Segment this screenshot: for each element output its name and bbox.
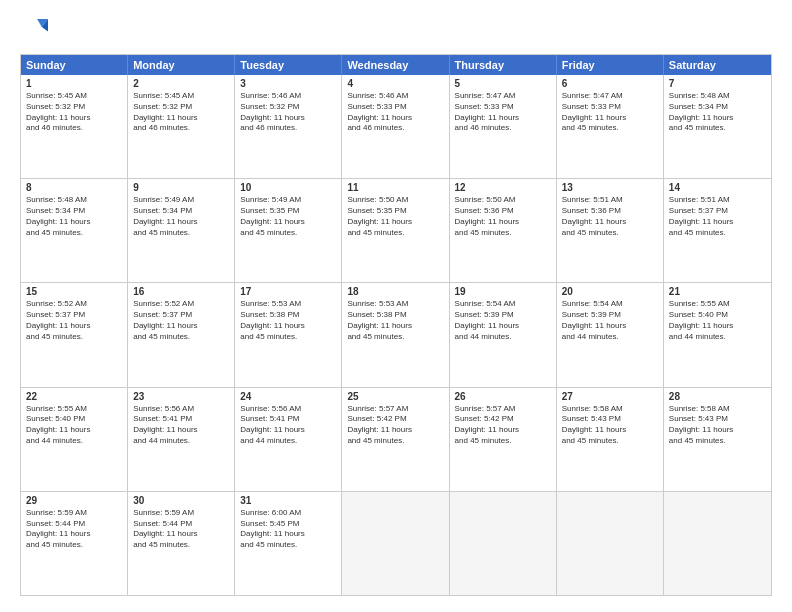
day-number: 12 (455, 182, 551, 193)
day-number: 8 (26, 182, 122, 193)
cal-cell: 30Sunrise: 5:59 AM Sunset: 5:44 PM Dayli… (128, 492, 235, 595)
day-number: 28 (669, 391, 766, 402)
cell-info: Sunrise: 5:47 AM Sunset: 5:33 PM Dayligh… (562, 91, 658, 134)
cal-cell: 17Sunrise: 5:53 AM Sunset: 5:38 PM Dayli… (235, 283, 342, 386)
cal-cell: 7Sunrise: 5:48 AM Sunset: 5:34 PM Daylig… (664, 75, 771, 178)
calendar-row-0: 1Sunrise: 5:45 AM Sunset: 5:32 PM Daylig… (21, 75, 771, 178)
cal-cell: 1Sunrise: 5:45 AM Sunset: 5:32 PM Daylig… (21, 75, 128, 178)
cell-info: Sunrise: 5:53 AM Sunset: 5:38 PM Dayligh… (347, 299, 443, 342)
cal-cell: 29Sunrise: 5:59 AM Sunset: 5:44 PM Dayli… (21, 492, 128, 595)
cell-info: Sunrise: 5:49 AM Sunset: 5:34 PM Dayligh… (133, 195, 229, 238)
header-saturday: Saturday (664, 55, 771, 75)
cell-info: Sunrise: 5:53 AM Sunset: 5:38 PM Dayligh… (240, 299, 336, 342)
cell-info: Sunrise: 5:46 AM Sunset: 5:32 PM Dayligh… (240, 91, 336, 134)
day-number: 19 (455, 286, 551, 297)
day-number: 24 (240, 391, 336, 402)
cal-cell: 6Sunrise: 5:47 AM Sunset: 5:33 PM Daylig… (557, 75, 664, 178)
cell-info: Sunrise: 5:50 AM Sunset: 5:35 PM Dayligh… (347, 195, 443, 238)
cell-info: Sunrise: 5:52 AM Sunset: 5:37 PM Dayligh… (26, 299, 122, 342)
header-monday: Monday (128, 55, 235, 75)
cell-info: Sunrise: 5:49 AM Sunset: 5:35 PM Dayligh… (240, 195, 336, 238)
cell-info: Sunrise: 5:58 AM Sunset: 5:43 PM Dayligh… (669, 404, 766, 447)
day-number: 4 (347, 78, 443, 89)
cal-cell: 24Sunrise: 5:56 AM Sunset: 5:41 PM Dayli… (235, 388, 342, 491)
day-number: 1 (26, 78, 122, 89)
logo-icon (20, 16, 48, 44)
cell-info: Sunrise: 5:56 AM Sunset: 5:41 PM Dayligh… (240, 404, 336, 447)
header-thursday: Thursday (450, 55, 557, 75)
day-number: 20 (562, 286, 658, 297)
cell-info: Sunrise: 5:55 AM Sunset: 5:40 PM Dayligh… (26, 404, 122, 447)
cell-info: Sunrise: 5:45 AM Sunset: 5:32 PM Dayligh… (26, 91, 122, 134)
cal-cell: 26Sunrise: 5:57 AM Sunset: 5:42 PM Dayli… (450, 388, 557, 491)
cal-cell: 18Sunrise: 5:53 AM Sunset: 5:38 PM Dayli… (342, 283, 449, 386)
calendar-row-2: 15Sunrise: 5:52 AM Sunset: 5:37 PM Dayli… (21, 282, 771, 386)
day-number: 11 (347, 182, 443, 193)
cal-cell: 8Sunrise: 5:48 AM Sunset: 5:34 PM Daylig… (21, 179, 128, 282)
cal-cell (342, 492, 449, 595)
day-number: 3 (240, 78, 336, 89)
cal-cell (450, 492, 557, 595)
header-tuesday: Tuesday (235, 55, 342, 75)
day-number: 22 (26, 391, 122, 402)
page: Sunday Monday Tuesday Wednesday Thursday… (0, 0, 792, 612)
header-wednesday: Wednesday (342, 55, 449, 75)
day-number: 5 (455, 78, 551, 89)
day-number: 31 (240, 495, 336, 506)
cell-info: Sunrise: 5:45 AM Sunset: 5:32 PM Dayligh… (133, 91, 229, 134)
day-number: 14 (669, 182, 766, 193)
day-number: 18 (347, 286, 443, 297)
cal-cell: 21Sunrise: 5:55 AM Sunset: 5:40 PM Dayli… (664, 283, 771, 386)
calendar-row-1: 8Sunrise: 5:48 AM Sunset: 5:34 PM Daylig… (21, 178, 771, 282)
cal-cell: 31Sunrise: 6:00 AM Sunset: 5:45 PM Dayli… (235, 492, 342, 595)
day-number: 6 (562, 78, 658, 89)
day-number: 30 (133, 495, 229, 506)
cal-cell: 25Sunrise: 5:57 AM Sunset: 5:42 PM Dayli… (342, 388, 449, 491)
cell-info: Sunrise: 5:51 AM Sunset: 5:37 PM Dayligh… (669, 195, 766, 238)
cal-cell: 22Sunrise: 5:55 AM Sunset: 5:40 PM Dayli… (21, 388, 128, 491)
day-number: 9 (133, 182, 229, 193)
cell-info: Sunrise: 5:54 AM Sunset: 5:39 PM Dayligh… (455, 299, 551, 342)
logo (20, 16, 52, 44)
cal-cell: 3Sunrise: 5:46 AM Sunset: 5:32 PM Daylig… (235, 75, 342, 178)
day-number: 27 (562, 391, 658, 402)
cal-cell: 12Sunrise: 5:50 AM Sunset: 5:36 PM Dayli… (450, 179, 557, 282)
cal-cell: 11Sunrise: 5:50 AM Sunset: 5:35 PM Dayli… (342, 179, 449, 282)
cal-cell: 14Sunrise: 5:51 AM Sunset: 5:37 PM Dayli… (664, 179, 771, 282)
cell-info: Sunrise: 5:58 AM Sunset: 5:43 PM Dayligh… (562, 404, 658, 447)
cal-cell: 27Sunrise: 5:58 AM Sunset: 5:43 PM Dayli… (557, 388, 664, 491)
cal-cell: 13Sunrise: 5:51 AM Sunset: 5:36 PM Dayli… (557, 179, 664, 282)
cal-cell: 20Sunrise: 5:54 AM Sunset: 5:39 PM Dayli… (557, 283, 664, 386)
cell-info: Sunrise: 6:00 AM Sunset: 5:45 PM Dayligh… (240, 508, 336, 551)
day-number: 25 (347, 391, 443, 402)
cell-info: Sunrise: 5:57 AM Sunset: 5:42 PM Dayligh… (347, 404, 443, 447)
day-number: 21 (669, 286, 766, 297)
cal-cell: 16Sunrise: 5:52 AM Sunset: 5:37 PM Dayli… (128, 283, 235, 386)
cal-cell: 9Sunrise: 5:49 AM Sunset: 5:34 PM Daylig… (128, 179, 235, 282)
cell-info: Sunrise: 5:52 AM Sunset: 5:37 PM Dayligh… (133, 299, 229, 342)
cal-cell (664, 492, 771, 595)
day-number: 26 (455, 391, 551, 402)
cal-cell: 2Sunrise: 5:45 AM Sunset: 5:32 PM Daylig… (128, 75, 235, 178)
calendar-row-4: 29Sunrise: 5:59 AM Sunset: 5:44 PM Dayli… (21, 491, 771, 595)
day-number: 10 (240, 182, 336, 193)
cell-info: Sunrise: 5:55 AM Sunset: 5:40 PM Dayligh… (669, 299, 766, 342)
cell-info: Sunrise: 5:48 AM Sunset: 5:34 PM Dayligh… (26, 195, 122, 238)
cell-info: Sunrise: 5:51 AM Sunset: 5:36 PM Dayligh… (562, 195, 658, 238)
cal-cell: 28Sunrise: 5:58 AM Sunset: 5:43 PM Dayli… (664, 388, 771, 491)
header (20, 16, 772, 44)
cell-info: Sunrise: 5:46 AM Sunset: 5:33 PM Dayligh… (347, 91, 443, 134)
header-friday: Friday (557, 55, 664, 75)
cal-cell: 23Sunrise: 5:56 AM Sunset: 5:41 PM Dayli… (128, 388, 235, 491)
day-number: 7 (669, 78, 766, 89)
day-number: 29 (26, 495, 122, 506)
day-number: 17 (240, 286, 336, 297)
calendar: Sunday Monday Tuesday Wednesday Thursday… (20, 54, 772, 596)
cal-cell: 19Sunrise: 5:54 AM Sunset: 5:39 PM Dayli… (450, 283, 557, 386)
cal-cell: 10Sunrise: 5:49 AM Sunset: 5:35 PM Dayli… (235, 179, 342, 282)
cal-cell: 4Sunrise: 5:46 AM Sunset: 5:33 PM Daylig… (342, 75, 449, 178)
cell-info: Sunrise: 5:48 AM Sunset: 5:34 PM Dayligh… (669, 91, 766, 134)
day-number: 23 (133, 391, 229, 402)
cell-info: Sunrise: 5:50 AM Sunset: 5:36 PM Dayligh… (455, 195, 551, 238)
day-number: 2 (133, 78, 229, 89)
